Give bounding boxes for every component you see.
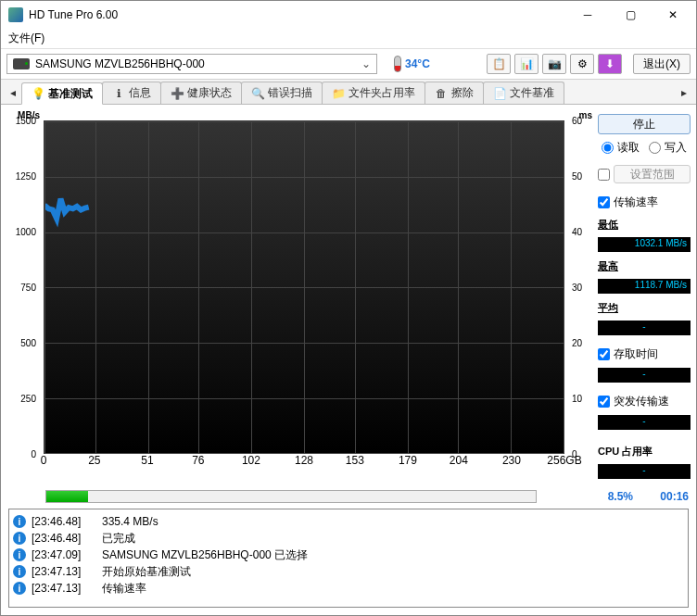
tab-filebench[interactable]: 📄文件基准 (483, 82, 564, 104)
avg-label: 平均 (598, 301, 691, 315)
max-label: 最高 (598, 259, 691, 273)
toolbar: SAMSUNG MZVLB256HBHQ-000 ⌄ 34°C 📋 📊 📷 ⚙ … (1, 49, 696, 80)
max-value: 1118.7 MB/s (598, 279, 691, 294)
tab-bar: ◂ 💡基准测试 ℹ信息 ➕健康状态 🔍错误扫描 📁文件夹占用率 🗑擦除 📄文件基… (1, 80, 696, 105)
menu-file[interactable]: 文件(F) (8, 31, 44, 44)
bulb-icon: 💡 (32, 87, 44, 100)
stop-button[interactable]: 停止 (598, 114, 691, 134)
progress-fill (46, 491, 88, 502)
sidebar: 停止 读取 写入 设置范围 传输速率 最低 1032.1 MB/s 最高 111… (598, 110, 691, 479)
log-row: i[23:47.09]SAMSUNG MZVLB256HBHQ-000 已选择 (13, 547, 684, 563)
log-row: i[23:47.13]传输速率 (13, 580, 684, 597)
info-icon: i (13, 565, 26, 578)
file-icon: 📄 (493, 87, 506, 100)
tab-scroll-left[interactable]: ◂ (5, 82, 21, 104)
info-icon: i (13, 548, 26, 561)
maximize-button[interactable]: ▢ (609, 1, 652, 29)
app-icon (8, 7, 23, 22)
screenshot-button[interactable]: 📷 (542, 54, 566, 74)
log-message: 传输速率 (102, 581, 146, 597)
log-panel[interactable]: i[23:46.48]335.4 MB/si[23:46.48]已完成i[23:… (8, 509, 689, 608)
y-axis-right: 0102030405060 (564, 120, 592, 454)
minimize-button[interactable]: ─ (566, 1, 609, 29)
progress-percent: 8.5% (608, 490, 633, 503)
avg-value: - (598, 321, 691, 335)
drive-name: SAMSUNG MZVLB256HBHQ-000 (35, 57, 205, 70)
y-axis-left: 0250500750100012501500 (6, 120, 44, 454)
burst-rate-checkbox[interactable] (598, 396, 610, 408)
set-range-button[interactable]: 设置范围 (614, 165, 691, 183)
write-radio[interactable]: 写入 (649, 140, 687, 156)
log-row: i[23:46.48]335.4 MB/s (13, 513, 684, 530)
min-label: 最低 (598, 218, 691, 232)
search-icon: 🔍 (251, 87, 264, 100)
progress-bar (45, 490, 537, 503)
temperature-value: 34°C (405, 57, 430, 70)
exit-button[interactable]: 退出(X) (633, 54, 691, 74)
titlebar: HD Tune Pro 6.00 ─ ▢ ✕ (1, 1, 696, 29)
log-message: SAMSUNG MZVLB256HBHQ-000 已选择 (102, 547, 308, 563)
log-time: [23:46.48] (32, 515, 96, 528)
access-value: - (598, 368, 691, 383)
app-window: HD Tune Pro 6.00 ─ ▢ ✕ 文件(F) SAMSUNG MZV… (0, 0, 697, 616)
chart-canvas (44, 120, 564, 454)
info-icon: i (13, 515, 26, 528)
log-message: 335.4 MB/s (102, 515, 158, 528)
thermometer-icon (394, 56, 401, 72)
min-value: 1032.1 MB/s (598, 237, 691, 252)
tab-health[interactable]: ➕健康状态 (160, 82, 242, 104)
cpu-value: - (598, 464, 691, 479)
copy-chart-button[interactable]: 📊 (514, 54, 539, 74)
progress-row: 8.5% 00:16 (1, 484, 696, 509)
health-icon: ➕ (171, 87, 184, 100)
cpu-label: CPU 占用率 (598, 445, 691, 459)
log-row: i[23:46.48]已完成 (13, 530, 684, 547)
burst-value: - (598, 415, 691, 430)
close-button[interactable]: ✕ (652, 1, 694, 29)
menubar: 文件(F) (1, 29, 696, 49)
log-time: [23:46.48] (32, 532, 96, 545)
read-radio[interactable]: 读取 (602, 140, 640, 156)
tab-errorscan[interactable]: 🔍错误扫描 (241, 82, 323, 104)
trash-icon: 🗑 (435, 87, 448, 100)
transfer-rate-checkbox[interactable] (598, 196, 610, 208)
tab-scroll-right[interactable]: ▸ (676, 82, 692, 104)
range-checkbox[interactable] (598, 169, 610, 181)
log-message: 开始原始基准测试 (102, 564, 191, 580)
info-icon: i (13, 532, 26, 545)
tab-folderusage[interactable]: 📁文件夹占用率 (322, 82, 425, 104)
options-button[interactable]: ⚙ (570, 54, 594, 74)
copy-text-button[interactable]: 📋 (487, 54, 511, 74)
log-time: [23:47.13] (32, 565, 96, 578)
tab-erase[interactable]: 🗑擦除 (425, 82, 484, 104)
progress-elapsed: 00:16 (642, 490, 689, 503)
temperature-display: 34°C (394, 56, 430, 72)
save-button[interactable]: ⬇ (598, 54, 622, 74)
log-time: [23:47.09] (32, 548, 96, 561)
chevron-down-icon: ⌄ (361, 57, 371, 70)
access-time-checkbox[interactable] (598, 348, 610, 360)
window-title: HD Tune Pro 6.00 (29, 8, 566, 21)
log-row: i[23:47.13]开始原始基准测试 (13, 563, 684, 580)
tab-info[interactable]: ℹ信息 (102, 82, 161, 104)
info-icon: i (13, 582, 26, 595)
chart-area: MB/s ms 0250500750100012501500 010203040… (6, 110, 592, 479)
drive-selector[interactable]: SAMSUNG MZVLB256HBHQ-000 ⌄ (6, 54, 377, 74)
drive-icon (13, 58, 30, 69)
folder-icon: 📁 (332, 87, 345, 100)
log-time: [23:47.13] (32, 582, 96, 595)
info-icon: ℹ (112, 87, 125, 100)
x-axis: 0255176102128153179204230256GB (6, 454, 592, 472)
tab-benchmark[interactable]: 💡基准测试 (21, 82, 103, 105)
log-message: 已完成 (102, 531, 135, 547)
